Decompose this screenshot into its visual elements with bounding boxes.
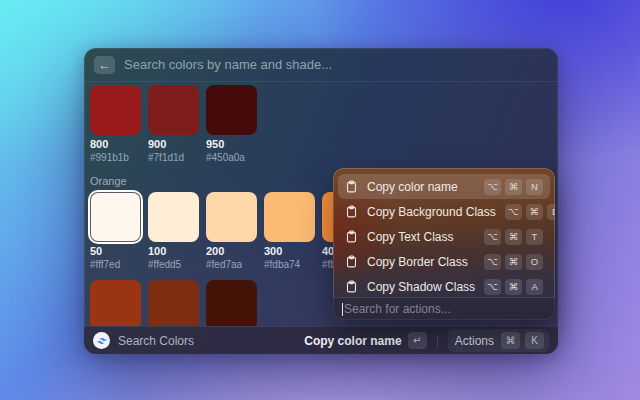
actions-label: Actions xyxy=(455,334,494,348)
option-keycap: ⌥ xyxy=(484,279,501,295)
red-label-row: 800 #991b1b 900 #7f1d1d 950 #450a0a xyxy=(90,138,552,164)
shade-label: 100 xyxy=(148,245,199,258)
command-keycap: ⌘ xyxy=(505,229,522,245)
clipboard-icon xyxy=(345,180,358,193)
menu-item-label: Copy Border Class xyxy=(367,255,468,269)
hex-label: #991b1b xyxy=(90,152,141,164)
actions-menu-panel: Copy color name ⌥ ⌘ N Copy Background Cl… xyxy=(333,168,555,320)
letter-keycap: O xyxy=(526,254,543,270)
command-keycap: ⌘ xyxy=(505,179,522,195)
hex-label: #fdba74 xyxy=(264,259,315,271)
actions-search-input[interactable] xyxy=(344,302,546,316)
search-colors-window: ← 800 #991b1b 900 #7f1d1d 950 #450a0a xyxy=(84,48,558,354)
swatch-red-950[interactable] xyxy=(206,85,257,135)
swatch-orange-950[interactable] xyxy=(206,280,257,326)
letter-keycap: N xyxy=(526,179,543,195)
status-bar: Search Colors Copy color name ↵ Actions … xyxy=(84,326,558,354)
command-keycap: ⌘ xyxy=(505,254,522,270)
tailwind-logo-icon xyxy=(93,332,110,349)
menu-item-label: Copy Text Class xyxy=(367,230,453,244)
clipboard-icon xyxy=(345,230,358,243)
swatch-orange-100[interactable] xyxy=(148,192,199,242)
back-arrow-icon: ← xyxy=(99,59,111,71)
clipboard-icon xyxy=(345,280,358,293)
back-button[interactable]: ← xyxy=(94,56,115,74)
menu-item-copy-shadow-class[interactable]: Copy Shadow Class ⌥ ⌘ A xyxy=(338,274,550,297)
command-keycap: ⌘ xyxy=(501,332,520,349)
app-name: Search Colors xyxy=(118,334,194,348)
k-keycap: K xyxy=(525,332,544,349)
clipboard-icon xyxy=(345,255,358,268)
shade-label: 800 xyxy=(90,138,141,151)
menu-item-label: Copy Shadow Class xyxy=(367,280,475,294)
actions-search-bar xyxy=(333,297,555,320)
swatch-red-800[interactable] xyxy=(90,85,141,135)
menu-item-copy-background-class[interactable]: Copy Background Class ⌥ ⌘ B xyxy=(338,199,550,224)
actions-button[interactable]: Actions ⌘ K xyxy=(448,329,549,352)
shade-label: 900 xyxy=(148,138,199,151)
swatch-orange-800[interactable] xyxy=(90,280,141,326)
shade-label: 50 xyxy=(90,245,141,258)
red-swatch-row xyxy=(90,85,552,135)
shade-label: 200 xyxy=(206,245,257,258)
menu-item-copy-color-name[interactable]: Copy color name ⌥ ⌘ N xyxy=(338,174,550,199)
swatch-orange-300[interactable] xyxy=(264,192,315,242)
hex-label: #ffedd5 xyxy=(148,259,199,271)
menu-item-label: Copy Background Class xyxy=(367,205,496,219)
command-keycap: ⌘ xyxy=(505,279,522,295)
search-bar: ← xyxy=(84,48,558,82)
hex-label: #fff7ed xyxy=(90,259,141,271)
option-keycap: ⌥ xyxy=(484,179,501,195)
menu-item-label: Copy color name xyxy=(367,180,458,194)
shade-label: 950 xyxy=(206,138,257,151)
option-keycap: ⌥ xyxy=(505,204,522,220)
primary-action-label: Copy color name xyxy=(304,334,401,348)
hex-label: #450a0a xyxy=(206,152,257,164)
search-input[interactable] xyxy=(124,57,548,72)
primary-action-button[interactable]: Copy color name ↵ xyxy=(304,332,426,349)
letter-keycap: T xyxy=(526,229,543,245)
hex-label: #fed7aa xyxy=(206,259,257,271)
footer-divider xyxy=(437,334,438,348)
menu-item-copy-border-class[interactable]: Copy Border Class ⌥ ⌘ O xyxy=(338,249,550,274)
enter-keycap: ↵ xyxy=(408,332,427,349)
swatch-orange-900[interactable] xyxy=(148,280,199,326)
swatch-orange-200[interactable] xyxy=(206,192,257,242)
swatch-orange-50-selected[interactable] xyxy=(90,192,141,242)
swatch-red-900[interactable] xyxy=(148,85,199,135)
actions-menu-list: Copy color name ⌥ ⌘ N Copy Background Cl… xyxy=(333,168,555,297)
command-keycap: ⌘ xyxy=(526,204,543,220)
letter-keycap: A xyxy=(526,279,543,295)
option-keycap: ⌥ xyxy=(484,254,501,270)
menu-item-copy-text-class[interactable]: Copy Text Class ⌥ ⌘ T xyxy=(338,224,550,249)
option-keycap: ⌥ xyxy=(484,229,501,245)
shade-label: 300 xyxy=(264,245,315,258)
letter-keycap: B xyxy=(547,204,555,220)
hex-label: #7f1d1d xyxy=(148,152,199,164)
text-caret xyxy=(342,303,343,316)
clipboard-icon xyxy=(345,205,358,218)
